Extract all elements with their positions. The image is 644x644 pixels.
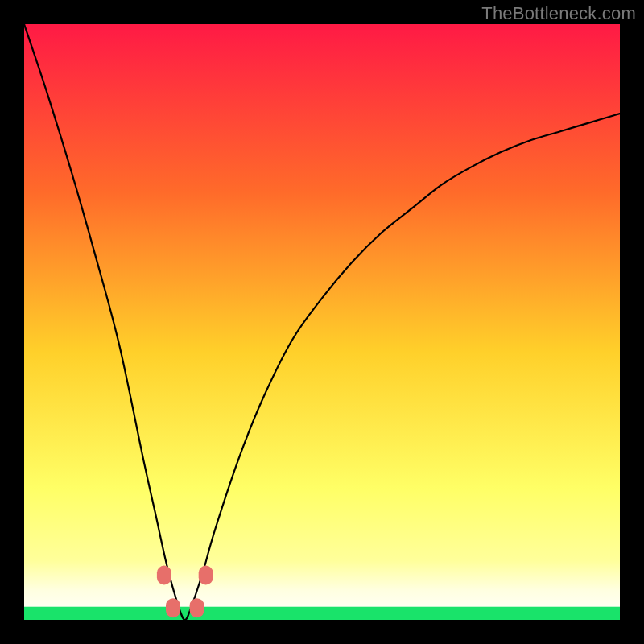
green-optimal-band: [24, 607, 620, 620]
trough-marker: [199, 566, 213, 585]
bottleneck-chart: [24, 24, 620, 620]
chart-frame: TheBottleneck.com: [0, 0, 644, 644]
trough-marker: [157, 566, 171, 585]
trough-marker: [166, 598, 180, 617]
trough-marker: [190, 598, 204, 617]
watermark-text: TheBottleneck.com: [481, 3, 636, 24]
